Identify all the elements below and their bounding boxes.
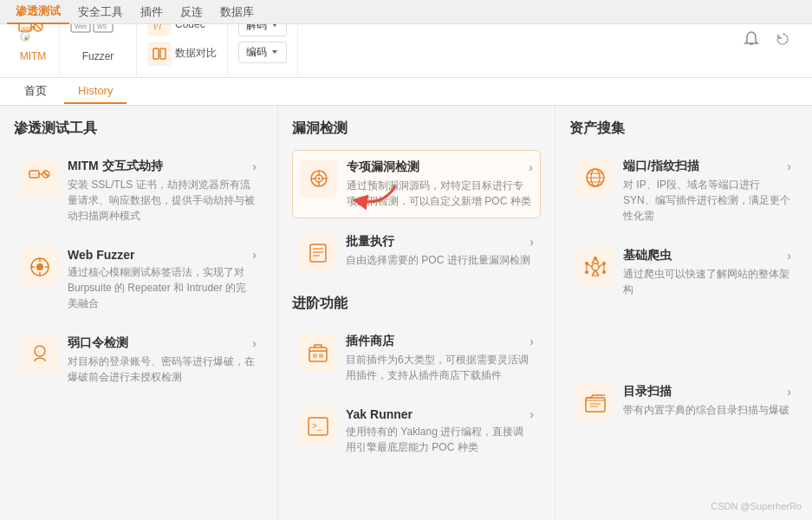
vuln-section-heading: 漏洞检测: [292, 120, 541, 138]
vuln-scan-arrow-icon: ›: [529, 160, 533, 174]
svg-rect-12: [153, 49, 159, 59]
svg-line-4: [36, 24, 41, 29]
svg-text:~~~: ~~~: [31, 172, 38, 177]
svg-rect-38: [310, 244, 326, 262]
port-scan-arrow-icon: ›: [787, 159, 791, 173]
tab-history[interactable]: History: [64, 79, 127, 104]
mitm-card-content: MITM 交互式劫持 › 安装 SSL/TLS 证书，劫持浏览器所有流量请求、响…: [68, 159, 257, 224]
menu-bar: 渗透测试 安全工具 插件 反连 数据库: [0, 0, 812, 24]
dir-scan-icon: [576, 384, 614, 422]
mitm-card-icon: ~~~: [21, 159, 59, 197]
mitm-label: MITM: [20, 50, 47, 62]
weakpwd-arrow-icon: ›: [252, 336, 257, 350]
svg-point-33: [318, 178, 321, 180]
tool-card-yak-runner[interactable]: >_ Yak Runner › 使用特有的 Yaklang 进行编程，直接调用引…: [292, 399, 541, 464]
menu-plugins[interactable]: 插件: [132, 1, 172, 23]
svg-text:○: ○: [36, 349, 40, 354]
tool-card-mitm[interactable]: ~~~ MITM 交互式劫持 › 安装 SSL/TLS 证书，劫持浏览器所有流量…: [14, 150, 263, 232]
batch-arrow-icon: ›: [529, 235, 534, 249]
plugin-store-icon: [299, 334, 337, 372]
batch-content: 批量执行 › 自由选择需要的 POC 进行批量漏洞检测: [346, 234, 534, 268]
tool-card-batch[interactable]: 批量执行 › 自由选择需要的 POC 进行批量漏洞检测: [292, 225, 541, 281]
nav-tabs: 首页 History: [0, 78, 812, 106]
left-section-heading: 渗透测试工具: [14, 120, 263, 138]
vuln-scan-icon: [300, 159, 338, 198]
toolbar: WWW 🔒 MITM Web WS Fuzzer {/: [0, 0, 812, 78]
svg-rect-43: [313, 354, 317, 358]
adv-section-heading: 进阶功能: [292, 295, 541, 313]
svg-text:🔒: 🔒: [23, 35, 29, 41]
port-scan-content: 端口/指纹扫描 › 对 IP、IP段、域名等端口进行 SYN、编写插件进行检测，…: [623, 159, 791, 224]
svg-marker-15: [272, 50, 277, 54]
port-scan-icon: [576, 159, 614, 197]
tool-card-plugin-store[interactable]: 插件商店 › 目前插件为6大类型，可根据需要灵活调用插件，支持从插件商店下载插件: [292, 325, 541, 392]
crawler-arrow-icon: ›: [787, 249, 791, 263]
menu-reverse[interactable]: 反连: [172, 1, 211, 23]
menu-database[interactable]: 数据库: [211, 1, 263, 23]
fuzzer-arrow-icon: ›: [252, 248, 257, 262]
tool-card-dir-scan[interactable]: 目录扫描 › 带有内置字典的综合目录扫描与爆破: [569, 375, 798, 431]
crawler-icon: [576, 248, 614, 286]
main-content: 渗透测试工具 ~~~ MITM 交互式劫持 › 安装 SSL/TLS 证书，劫持…: [0, 106, 812, 520]
menu-pentest[interactable]: 渗透测试: [7, 0, 69, 24]
yak-runner-icon: >_: [299, 407, 337, 445]
yak-runner-arrow-icon: ›: [529, 407, 534, 421]
svg-rect-67: [586, 398, 605, 412]
tool-card-fuzzer[interactable]: Web Fuzzer › 通过核心模糊测试标签语法，实现了对 Burpsuite…: [14, 239, 263, 320]
data-compare-label[interactable]: 数据对比: [175, 46, 217, 61]
tool-card-vuln-scan[interactable]: 专项漏洞检测 › 通过预制漏洞源码，对特定目标进行专项漏洞检测，可以自定义新增 …: [292, 150, 541, 218]
weakpwd-card-content: 弱口令检测 › 对目标的登录账号、密码等进行爆破，在爆破前会进行未授权检测: [68, 335, 257, 385]
right-column: 资产搜集 端口/指纹扫描 › 对 IP、IP段、域名等端口进行 SYN、编写: [555, 106, 812, 520]
right-section-heading: 资产搜集: [569, 120, 798, 138]
mid-column: 漏洞检测 专项漏洞检测 › 通过预制漏洞源码，对特定目: [277, 106, 555, 520]
svg-text:>_: >_: [312, 421, 322, 431]
fuzzer-label: Fuzzer: [82, 50, 114, 62]
svg-point-59: [594, 257, 597, 260]
crawler-content: 基础爬虫 › 通过爬虫可以快速了解网站的整体架构: [623, 248, 791, 297]
svg-rect-42: [309, 348, 327, 361]
dir-scan-content: 目录扫描 › 带有内置字典的综合目录扫描与爆破: [623, 384, 791, 418]
svg-rect-13: [160, 49, 166, 59]
tool-card-crawler[interactable]: 基础爬虫 › 通过爬虫可以快速了解网站的整体架构: [569, 239, 798, 306]
tool-card-weakpwd[interactable]: ○ 弱口令检测 › 对目标的登录账号、密码等进行爆破，在爆破前会进行未授权检测: [14, 327, 263, 393]
refresh-icon[interactable]: [770, 27, 795, 51]
svg-line-22: [44, 172, 49, 177]
svg-point-52: [592, 263, 599, 270]
yak-runner-content: Yak Runner › 使用特有的 Yaklang 进行编程，直接调用引擎最底…: [346, 407, 534, 455]
data-compare-icon: [147, 42, 172, 66]
fuzzer-card-content: Web Fuzzer › 通过核心模糊测试标签语法，实现了对 Burpsuite…: [68, 248, 257, 311]
data-compare-row: 数据对比: [147, 42, 217, 66]
plugin-store-arrow-icon: ›: [529, 335, 534, 348]
svg-marker-17: [777, 34, 783, 39]
dir-scan-arrow-icon: ›: [787, 385, 791, 399]
mitm-arrow-icon: ›: [252, 159, 257, 173]
weakpwd-card-icon: ○: [21, 335, 59, 374]
svg-line-58: [595, 270, 599, 276]
tab-home[interactable]: 首页: [10, 78, 61, 106]
svg-line-57: [592, 270, 595, 276]
left-column: 渗透测试工具 ~~~ MITM 交互式劫持 › 安装 SSL/TLS 证书，劫持…: [0, 106, 277, 520]
fuzzer-card-icon: [21, 248, 59, 286]
encode-chevron-icon: [270, 48, 279, 56]
plugin-store-content: 插件商店 › 目前插件为6大类型，可根据需要灵活调用插件，支持从插件商店下载插件: [346, 334, 534, 383]
svg-point-24: [36, 263, 43, 270]
notification-icon[interactable]: [739, 27, 763, 51]
svg-rect-44: [319, 354, 323, 358]
tool-card-port-scan[interactable]: 端口/指纹扫描 › 对 IP、IP段、域名等端口进行 SYN、编写插件进行检测，…: [569, 150, 798, 232]
menu-security[interactable]: 安全工具: [69, 1, 132, 23]
encode-btn[interactable]: 编码: [238, 42, 287, 63]
vuln-scan-content: 专项漏洞检测 › 通过预制漏洞源码，对特定目标进行专项漏洞检测，可以自定义新增 …: [347, 159, 533, 209]
batch-icon: [299, 234, 337, 272]
watermark: CSDN @SuperherRo: [711, 501, 802, 511]
